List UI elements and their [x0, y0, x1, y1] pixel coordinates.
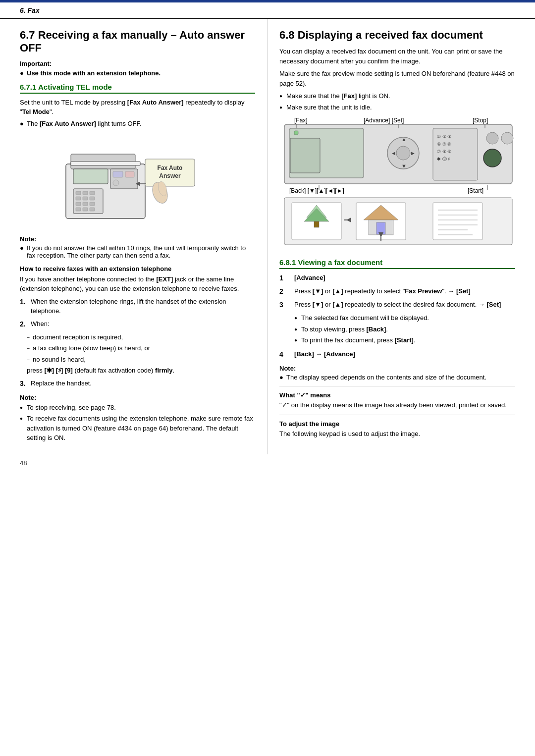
- bullet-icon: ●: [20, 244, 27, 252]
- right-step-2-num: 2: [279, 286, 290, 297]
- svg-rect-10: [76, 202, 81, 206]
- step-3-num: 3.: [20, 378, 31, 389]
- step3-bullet-list: The selected fax document will be displa…: [279, 313, 515, 345]
- svg-point-44: [486, 132, 498, 144]
- step-2-text: When:: [31, 319, 255, 329]
- page-number: 48: [20, 459, 27, 467]
- svg-rect-32: [290, 138, 320, 173]
- svg-text:▼: ▼: [401, 163, 407, 169]
- note-2-bullet-2: To receive fax documents using the exten…: [20, 414, 255, 443]
- note-1-text: If you do not answer the call within 10 …: [27, 244, 255, 259]
- right-step-4-text: [Back] → [Advance]: [290, 349, 515, 360]
- dash-item-2: a fax calling tone (slow beep) is heard,…: [27, 343, 255, 353]
- svg-point-45: [501, 132, 513, 144]
- intro-para-1: You can display a received fax document …: [279, 47, 515, 66]
- section-671-bullet-text: The [Fax Auto Answer] light turns OFF.: [27, 120, 142, 127]
- svg-rect-7: [76, 197, 81, 200]
- right-step-1-text: [Advance]: [290, 273, 515, 283]
- device-image: [Fax] [Advance] [Set] [Stop] ▲ ▼ ◄: [279, 113, 515, 252]
- svg-rect-13: [76, 208, 81, 211]
- header: 6. Fax: [0, 2, 535, 19]
- device-svg: [Fax] [Advance] [Set] [Stop] ▲ ▼ ◄: [279, 113, 522, 247]
- right-title: 6.8 Displaying a received fax document: [279, 29, 515, 42]
- svg-rect-5: [83, 191, 88, 195]
- step3-bullet-2: To stop viewing, press [Back].: [294, 324, 515, 334]
- dash-list: document reception is required, a fax ca…: [20, 332, 255, 365]
- fax-machine-illustration: Fax Auto Answer: [61, 134, 214, 228]
- svg-text:[Advance] [Set]: [Advance] [Set]: [364, 117, 404, 124]
- step-1-text: When the extension telephone rings, lift…: [31, 297, 255, 316]
- svg-text:[Fax]: [Fax]: [294, 117, 308, 124]
- dash-item-1: document reception is required,: [27, 332, 255, 342]
- dash-item-3: no sound is heard,: [27, 355, 255, 365]
- svg-rect-8: [83, 197, 88, 200]
- note-2-bullet-1: To stop receiving, see page 78.: [20, 403, 255, 413]
- svg-rect-15: [90, 208, 95, 211]
- intro-bullet-1: Make sure that the [Fax] light is ON.: [279, 91, 515, 101]
- right-step-2-text: Press [▼] or [▲] repeatedly to select "F…: [290, 286, 515, 297]
- important-bullet: ● Use this mode with an extension teleph…: [20, 69, 255, 77]
- svg-text:Fax Auto: Fax Auto: [157, 164, 182, 171]
- what-means-title: What "✓" means: [279, 391, 515, 399]
- right-step-3-text: Press [▼] or [▲] repeatedly to select th…: [290, 300, 515, 310]
- right-note-bullet: ● The display speed depends on the conte…: [279, 374, 515, 381]
- note-label-2: Note:: [20, 394, 255, 401]
- svg-text:[Stop]: [Stop]: [473, 117, 488, 124]
- header-text: 6. Fax: [20, 6, 40, 14]
- section-671-para: Set the unit to TEL mode by pressing [Fa…: [20, 98, 255, 117]
- section-671-bullet: ● The [Fax Auto Answer] light turns OFF.: [20, 120, 255, 127]
- bullet-icon: ●: [279, 374, 286, 381]
- svg-rect-14: [83, 208, 88, 211]
- svg-text:◄: ◄: [391, 150, 396, 156]
- footer: 48: [0, 454, 535, 477]
- section-681-title: 6.8.1 Viewing a fax document: [279, 258, 515, 269]
- right-column: 6.8 Displaying a received fax document Y…: [268, 19, 535, 454]
- intro-para-2: Make sure the fax preview mode setting i…: [279, 69, 515, 88]
- step-3: 3. Replace the handset.: [20, 378, 255, 389]
- right-step-2: 2 Press [▼] or [▲] repeatedly to select …: [279, 286, 515, 297]
- svg-rect-20: [71, 162, 140, 165]
- bullet-icon: ●: [20, 120, 27, 127]
- step-1-num: 1.: [20, 297, 31, 316]
- right-step-3-num: 3: [279, 300, 290, 310]
- right-step-4: 4 [Back] → [Advance]: [279, 349, 515, 360]
- svg-rect-47: [294, 131, 298, 135]
- svg-text:Answer: Answer: [159, 172, 181, 179]
- svg-text:⑦ ⑧ ⑨: ⑦ ⑧ ⑨: [437, 149, 451, 154]
- svg-text:[Back] [▼][▲][◄][►]: [Back] [▼][▲][◄][►]: [289, 187, 344, 194]
- what-means-text: "✓" on the display means the image has a…: [279, 400, 515, 410]
- important-label: Important:: [20, 60, 255, 67]
- step-2: 2. When:: [20, 319, 255, 329]
- step2-continuation: press [✱] [♯] [9] (default fax activatio…: [20, 366, 255, 376]
- to-adjust-title: To adjust the image: [279, 420, 515, 428]
- right-note-bullet-text: The display speed depends on the content…: [286, 374, 486, 381]
- note-1: ● If you do not answer the call within 1…: [20, 244, 255, 259]
- svg-rect-59: [314, 221, 319, 227]
- right-step-3: 3 Press [▼] or [▲] repeatedly to select …: [279, 300, 515, 310]
- main-content: 6.7 Receiving a fax manually – Auto answ…: [0, 19, 535, 454]
- divider-2: [279, 415, 515, 415]
- step-1: 1. When the extension telephone rings, l…: [20, 297, 255, 316]
- svg-text:✱ ⓪ ♯: ✱ ⓪ ♯: [437, 157, 450, 162]
- svg-text:►: ►: [410, 150, 416, 156]
- right-step-1: 1 [Advance]: [279, 273, 515, 283]
- svg-rect-4: [76, 191, 81, 195]
- note-2-list: To stop receiving, see page 78. To recei…: [20, 403, 255, 443]
- fax-image-container: Fax Auto Answer: [20, 134, 255, 228]
- right-step-4-num: 4: [279, 349, 290, 360]
- left-title: 6.7 Receiving a fax manually – Auto answ…: [20, 29, 255, 55]
- svg-rect-11: [83, 202, 88, 206]
- intro-bullet-2: Make sure that the unit is idle.: [279, 103, 515, 112]
- svg-text:④ ⑤ ⑥: ④ ⑤ ⑥: [437, 142, 451, 147]
- note-label-1: Note:: [20, 235, 255, 243]
- right-step-1-num: 1: [279, 273, 290, 283]
- svg-rect-2: [73, 169, 108, 184]
- right-note-label: Note:: [279, 365, 515, 372]
- svg-rect-19: [113, 180, 119, 186]
- step3-bullet-1: The selected fax document will be displa…: [294, 313, 515, 323]
- intro-bullet-list: Make sure that the [Fax] light is ON. Ma…: [279, 91, 515, 112]
- left-column: 6.7 Receiving a fax manually – Auto answ…: [0, 19, 268, 454]
- svg-text:① ② ③: ① ② ③: [437, 134, 451, 139]
- divider-1: [279, 386, 515, 386]
- svg-point-34: [396, 146, 410, 160]
